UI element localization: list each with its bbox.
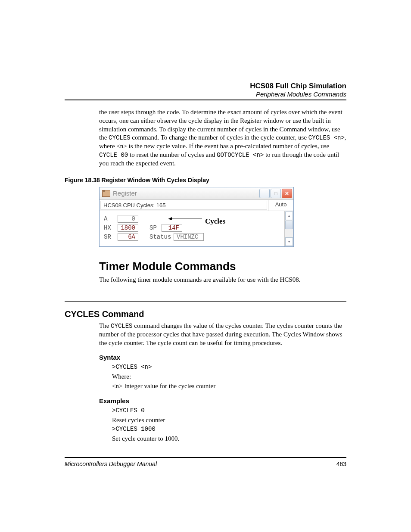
register-body: Cycles A 0 HX 1800 SP 14F SR 6A Status <box>100 211 293 246</box>
syntax-line-3: <n> Integer value for the cycles counter <box>112 381 346 391</box>
example-line-1: >CYCLES 0 <box>112 406 346 415</box>
header-title: HCS08 Full Chip Simulation <box>65 82 346 90</box>
intro-text-2: command. To change the number of cycles … <box>131 134 308 141</box>
footer-rule <box>65 457 346 458</box>
register-row-sr: SR 6A Status VHINZC <box>104 233 291 241</box>
reg-label-status: Status <box>149 233 171 240</box>
callout-arrow-icon <box>168 214 205 220</box>
intro-cmd-2: CYCLES <n> <box>308 134 345 141</box>
intro-cmd-1: CYCLES <box>109 134 130 141</box>
maximize-button[interactable]: □ <box>271 189 281 198</box>
section-title-cycles: CYCLES Command <box>65 309 346 319</box>
examples-block: >CYCLES 0 Reset cycles counter >CYCLES 1… <box>112 406 346 444</box>
reg-value-hx[interactable]: 1800 <box>118 224 138 232</box>
example-line-4: Set cycle counter to 1000. <box>112 434 346 444</box>
close-button[interactable]: × <box>282 189 292 198</box>
header-rule <box>65 100 346 100</box>
syntax-line-2: Where: <box>112 372 346 382</box>
section-body-timer: The following timer module commands are … <box>99 276 346 284</box>
intro-paragraph: the user steps through the code. To dete… <box>99 108 346 168</box>
page-content: HCS08 Full Chip Simulation Peripheral Mo… <box>0 0 411 444</box>
reg-label-a: A <box>104 215 115 222</box>
scroll-down-button[interactable]: ▾ <box>285 237 293 246</box>
reg-label-sp: SP <box>149 224 159 231</box>
page-footer: Microcontrollers Debugger Manual 463 <box>65 457 346 467</box>
header-subtitle: Peripheral Modules Commands <box>65 90 346 98</box>
register-info-bar: HCS08 CPU Cycles: 165 Auto <box>100 200 293 211</box>
intro-text-4: to reset the number of cycles and <box>128 151 217 158</box>
running-header: HCS08 Full Chip Simulation Peripheral Mo… <box>65 82 346 98</box>
section-body-cycles: The CYCLES command changes the value of … <box>99 322 346 347</box>
page-number: 463 <box>336 460 346 467</box>
register-window: ≡ Register — □ × HCS08 CPU Cycles: 165 A… <box>99 187 294 247</box>
window-title: Register <box>113 190 258 197</box>
cycles-body-a: The <box>99 322 111 329</box>
figure-caption: Figure 18.38 Register Window With Cycles… <box>65 177 346 184</box>
reg-value-sp[interactable]: 14F <box>162 224 182 232</box>
section-title-timer: Timer Module Commands <box>99 260 346 273</box>
reg-value-a[interactable]: 0 <box>118 215 138 223</box>
section-rule <box>65 301 346 302</box>
cpu-cycles-display: HCS08 CPU Cycles: 165 <box>100 201 267 210</box>
examples-heading: Examples <box>99 397 346 404</box>
example-line-2: Reset cycles counter <box>112 415 346 425</box>
figure-wrap: ≡ Register — □ × HCS08 CPU Cycles: 165 A… <box>99 187 346 247</box>
syntax-heading: Syntax <box>99 354 346 361</box>
minimize-button[interactable]: — <box>259 189 270 198</box>
scroll-up-button[interactable]: ▴ <box>285 212 293 220</box>
scroll-thumb[interactable] <box>285 221 293 229</box>
footer-manual-title: Microcontrollers Debugger Manual <box>65 460 157 467</box>
window-icon: ≡ <box>102 190 110 197</box>
register-row-hx: HX 1800 SP 14F <box>104 224 291 232</box>
cycles-body-cmd: CYCLES <box>111 323 132 330</box>
reg-label-hx: HX <box>104 224 115 231</box>
syntax-block: >CYCLES <n> Where: <n> Integer value for… <box>112 363 346 391</box>
mode-label: Auto <box>268 200 293 211</box>
cycles-body-b: command changes the value of the cycles … <box>99 322 342 346</box>
example-line-3: >CYCLES 1000 <box>112 425 346 434</box>
intro-cmd-3: CYCLE 00 <box>99 152 128 159</box>
reg-label-sr: SR <box>104 233 115 240</box>
intro-cmd-4: GOTOCYCLE <n> <box>217 152 264 159</box>
syntax-line-1: >CYCLES <n> <box>112 363 346 372</box>
svg-marker-1 <box>168 217 172 220</box>
cycles-callout: Cycles <box>205 217 225 226</box>
window-titlebar[interactable]: ≡ Register — □ × <box>100 187 293 200</box>
scrollbar[interactable]: ▴ ▾ <box>284 211 293 246</box>
reg-value-sr[interactable]: 6A <box>118 233 138 241</box>
reg-value-status[interactable]: VHINZC <box>174 233 204 241</box>
